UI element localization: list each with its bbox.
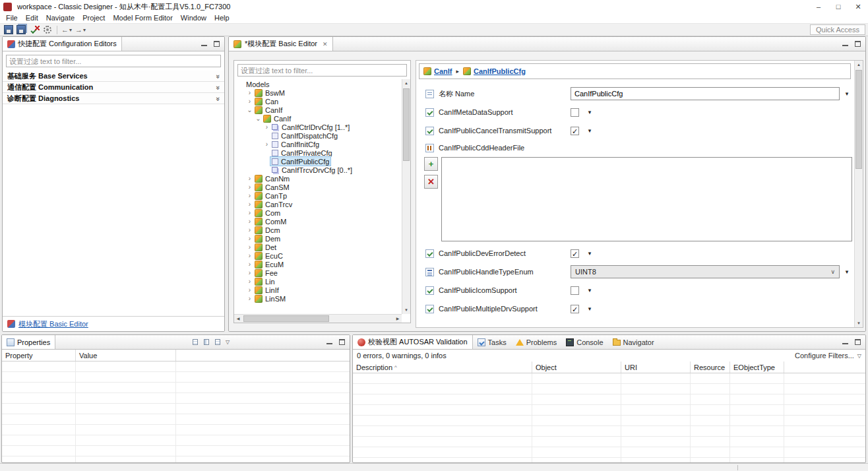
save-button[interactable] [3, 24, 15, 35]
tree-item[interactable]: ›CanSM [235, 183, 401, 191]
tree-filter-input[interactable] [237, 64, 407, 77]
form-vertical-scrollbar[interactable]: ▲ ▼ [854, 61, 863, 327]
tree-item[interactable]: ›BswM [235, 88, 401, 97]
maximize-editor-button[interactable] [852, 39, 863, 49]
expand-arrow-icon[interactable]: › [246, 295, 253, 302]
config-filter-input[interactable] [6, 55, 221, 67]
tab-properties[interactable]: Properties [2, 335, 55, 349]
tree-item[interactable]: ›Com [235, 208, 401, 217]
window-maximize-button[interactable]: □ [828, 0, 848, 13]
tree-item[interactable]: ⌄CanIf [235, 114, 401, 123]
minimize-editor-button[interactable] [840, 39, 851, 49]
field-checkbox[interactable]: ✓ [571, 249, 579, 258]
dropdown-arrow-icon[interactable]: ▾ [584, 127, 595, 134]
tree-vertical-scrollbar[interactable]: ▲ ▼ [402, 79, 410, 314]
maximize-view-button[interactable] [336, 337, 348, 347]
field-checkbox[interactable] [571, 286, 579, 295]
tree-item[interactable]: ›Dem [235, 234, 401, 243]
column-header-resource[interactable]: Resource [691, 361, 730, 373]
restore-default-icon[interactable] [213, 338, 222, 346]
validate-button[interactable] [29, 24, 41, 35]
expand-arrow-icon[interactable]: › [246, 269, 253, 276]
column-header-value[interactable]: Value [76, 350, 176, 361]
table-row[interactable] [353, 416, 865, 426]
table-row[interactable] [2, 446, 350, 456]
field-checkbox[interactable]: ✓ [571, 305, 579, 313]
column-header-eobjecttype[interactable]: EObjectType [730, 361, 784, 373]
table-row[interactable] [353, 437, 865, 447]
expand-arrow-icon[interactable]: › [246, 261, 253, 268]
collapse-chevron-icon[interactable]: » [214, 86, 222, 88]
close-icon[interactable]: ✕ [323, 41, 328, 47]
breadcrumb-link[interactable]: CanIfPublicCfg [474, 67, 526, 75]
dropdown-arrow-icon[interactable]: ▾ [584, 250, 595, 257]
expand-arrow-icon[interactable]: › [246, 175, 253, 182]
scroll-right-icon[interactable]: ▶ [394, 315, 402, 323]
scrollbar-thumb[interactable] [403, 88, 410, 161]
table-row[interactable] [2, 414, 350, 425]
tree-item[interactable]: ›EcuM [235, 260, 401, 268]
table-row[interactable] [353, 384, 865, 394]
tree-item[interactable]: ›Det [235, 243, 401, 251]
expand-arrow-icon[interactable]: › [246, 235, 253, 242]
tree-item[interactable]: ›LinSM [235, 294, 401, 303]
collapse-chevron-icon[interactable]: » [214, 75, 222, 77]
tree-item[interactable]: ›ComM [235, 217, 401, 226]
tab-console[interactable]: Console [561, 335, 607, 349]
window-close-button[interactable]: ✕ [848, 0, 868, 13]
table-row[interactable] [2, 383, 350, 393]
table-row[interactable] [353, 373, 865, 384]
expand-arrow-icon[interactable]: › [246, 252, 253, 259]
scroll-down-icon[interactable]: ▼ [402, 306, 410, 314]
save-all-button[interactable] [15, 24, 28, 35]
column-header-description[interactable]: Description^ [353, 361, 532, 373]
column-header-property[interactable]: Property [2, 350, 76, 361]
dropdown-arrow-icon[interactable]: ▾ [584, 109, 595, 115]
menu-model-form-editor[interactable]: Model Form Editor [109, 13, 176, 23]
field-text-input[interactable] [571, 87, 840, 100]
table-row[interactable] [2, 425, 350, 435]
minimize-view-button[interactable] [199, 39, 210, 49]
tree-item[interactable]: ›EcuC [235, 251, 401, 260]
table-row[interactable] [2, 361, 350, 372]
table-row[interactable] [353, 447, 865, 458]
generate-button[interactable] [42, 24, 53, 35]
menu-navigate[interactable]: Navigate [42, 13, 78, 23]
table-row[interactable] [2, 372, 350, 383]
table-row[interactable] [2, 456, 350, 463]
tab-configuration-editors[interactable]: 快捷配置 Configuration Editors [3, 37, 122, 51]
scroll-left-icon[interactable]: ◀ [234, 315, 242, 323]
table-row[interactable] [353, 394, 865, 405]
tab-navigator[interactable]: Navigator [608, 335, 659, 349]
expand-arrow-icon[interactable]: › [246, 243, 253, 251]
tree-item[interactable]: ›CanTrcv [235, 200, 401, 208]
maximize-view-button[interactable] [211, 39, 222, 49]
remove-entry-button[interactable]: ✕ [424, 175, 438, 189]
tree-item[interactable]: CanIfDispatchCfg [235, 131, 401, 140]
tab-validation[interactable]: 校验视图 AUTOSAR Validation [353, 335, 473, 349]
quick-access-field[interactable]: Quick Access [810, 24, 865, 35]
show-advanced-icon[interactable] [202, 338, 211, 346]
menu-edit[interactable]: Edit [22, 13, 42, 23]
maximize-view-button[interactable] [852, 337, 863, 347]
tree-item[interactable]: ›CanNm [235, 174, 401, 183]
expand-arrow-icon[interactable]: › [263, 141, 270, 148]
basic-editor-link[interactable]: 模块配置 Basic Editor [18, 319, 88, 329]
tree-item[interactable]: CanIfPublicCfg [235, 157, 401, 166]
add-entry-button[interactable]: + [424, 157, 438, 171]
tree-item[interactable]: ›LinIf [235, 286, 401, 294]
scroll-down-icon[interactable]: ▼ [855, 319, 863, 327]
tree-item[interactable]: ›CanIfInitCfg [235, 140, 401, 148]
tree-item[interactable]: ›CanTp [235, 191, 401, 200]
config-section-3[interactable]: 诊断配置 Diagnostics» [3, 93, 224, 104]
tree-item[interactable]: ›Dcm [235, 226, 401, 234]
scrollbar-thumb[interactable] [243, 315, 329, 322]
expand-arrow-icon[interactable]: › [246, 209, 253, 216]
tree-item[interactable]: CanIfPrivateCfg [235, 148, 401, 157]
scrollbar-thumb[interactable] [855, 70, 862, 169]
menu-file[interactable]: File [2, 13, 22, 23]
column-header-uri[interactable]: URI [621, 361, 691, 373]
expand-arrow-icon[interactable]: › [246, 89, 253, 96]
dropdown-arrow-icon[interactable]: ▾ [584, 287, 595, 294]
dropdown-arrow-icon[interactable]: ▾ [842, 268, 852, 275]
